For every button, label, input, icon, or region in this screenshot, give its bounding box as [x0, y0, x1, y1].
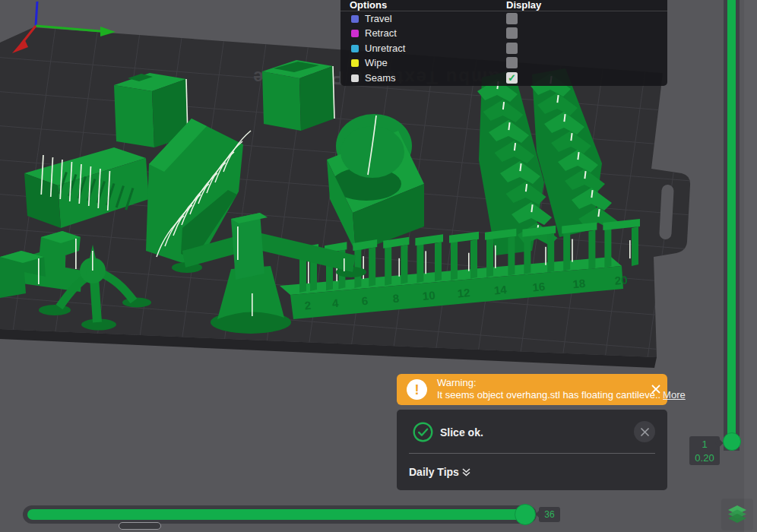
panel-divider: [409, 453, 655, 454]
model-cube-right[interactable]: [262, 60, 334, 131]
bridge-number: 18: [572, 277, 586, 290]
layer-value: 1: [689, 438, 720, 451]
warning-icon: !: [407, 379, 427, 400]
checkbox-seams[interactable]: ✓: [506, 72, 518, 84]
options-panel: Options Display Travel ✓ Retract ✓ Unret…: [340, 0, 667, 86]
bridge-number: 10: [422, 289, 436, 302]
bridge-number: 16: [532, 280, 546, 293]
bridge-number: 12: [457, 286, 470, 299]
checkbox-unretract[interactable]: ✓: [506, 43, 518, 54]
daily-tips-label: Daily Tips: [409, 466, 459, 478]
option-row-wipe: Wipe ✓: [340, 55, 667, 70]
bridge-number: 8: [392, 292, 400, 306]
option-label-seams: Seams: [365, 72, 395, 84]
step-badge: 36: [539, 507, 560, 522]
bridge-post: [524, 235, 531, 274]
bridge-post: [470, 239, 477, 279]
timeline-slider-fill: [27, 509, 527, 520]
bridge-post: [451, 241, 458, 280]
seam-pin: [468, 253, 470, 271]
bridge-post: [563, 232, 570, 271]
layers-icon: [727, 505, 748, 524]
checkbox-travel[interactable]: ✓: [506, 13, 518, 24]
layer-tooltip: 1 0.20: [689, 436, 720, 465]
slice-panel: Slice ok. Daily Tips: [397, 410, 667, 490]
option-row-unretract: Unretract ✓: [340, 41, 667, 55]
seam-pin: [308, 261, 309, 283]
slice-close-button[interactable]: [634, 421, 655, 442]
options-header: Options Display: [340, 0, 667, 11]
layers-icon-button[interactable]: [721, 499, 753, 530]
option-row-travel: Travel ✓: [340, 11, 667, 26]
slice-ok-icon: [412, 421, 434, 443]
checkbox-retract[interactable]: ✓: [506, 27, 518, 39]
seam-pin: [629, 240, 631, 258]
checkbox-wipe[interactable]: ✓: [506, 57, 518, 68]
color-swatch-wipe: [351, 59, 359, 67]
bridge-post: [547, 233, 554, 273]
warning-toast: ! Warning: It seems object overhang.stl …: [397, 374, 667, 405]
bridge-number: 2: [304, 299, 312, 312]
bridge-post: [417, 243, 423, 283]
bridge-number: 6: [361, 294, 369, 308]
bridge-post: [435, 242, 442, 281]
layer-slider-fill: [727, 0, 736, 442]
bridge-post: [588, 230, 595, 270]
chevron-double-down-icon: [461, 467, 471, 477]
option-label-unretract: Unretract: [365, 43, 405, 54]
color-swatch-retract: [351, 30, 359, 37]
layer-slider-handle[interactable]: [723, 432, 741, 451]
bridge-post: [385, 246, 391, 286]
bridge-post: [369, 247, 375, 287]
right-edge-strip: [744, 0, 757, 532]
display-header: Display: [506, 0, 541, 11]
app-window: Bambu Textured PEI Plate: [0, 0, 757, 532]
bridge-number: 20: [614, 273, 628, 287]
bridge-post: [486, 238, 493, 277]
seam-pin: [363, 256, 364, 279]
daily-tips-button[interactable]: Daily Tips: [409, 466, 471, 478]
option-label-retract: Retract: [365, 27, 397, 39]
seam-pin: [572, 239, 573, 262]
color-swatch-unretract: [351, 45, 359, 52]
bridge-post: [401, 245, 407, 284]
step-value: 36: [544, 509, 554, 520]
option-label-wipe: Wipe: [365, 57, 388, 68]
option-row-retract: Retract ✓: [340, 26, 667, 40]
close-icon: [640, 427, 650, 437]
z-axis-icon: [36, 2, 37, 26]
bridge-post: [604, 228, 611, 268]
warning-close-icon[interactable]: [651, 384, 661, 394]
slice-status: Slice ok.: [440, 426, 483, 439]
bridge-post: [632, 226, 638, 266]
seam-pin: [398, 258, 400, 277]
seam-pin: [425, 251, 426, 274]
warning-message: It seems object overhang.stl has floatin…: [437, 389, 686, 401]
timeline-slider-handle[interactable]: [515, 504, 536, 525]
bridge-number: 14: [493, 283, 508, 296]
color-swatch-travel: [351, 15, 359, 23]
color-swatch-seams: [351, 74, 359, 82]
option-label-travel: Travel: [365, 13, 392, 24]
more-link[interactable]: More: [663, 389, 686, 401]
layer-height-value: 0.20: [689, 451, 720, 465]
seam-pin: [545, 247, 546, 265]
seam-pin: [495, 245, 496, 268]
option-row-seams: Seams ✓: [340, 71, 667, 85]
bridge-post: [508, 236, 515, 276]
hscrollbar-thumb[interactable]: [119, 522, 161, 530]
warning-title: Warning:: [437, 377, 477, 388]
options-title: Options: [350, 0, 387, 11]
